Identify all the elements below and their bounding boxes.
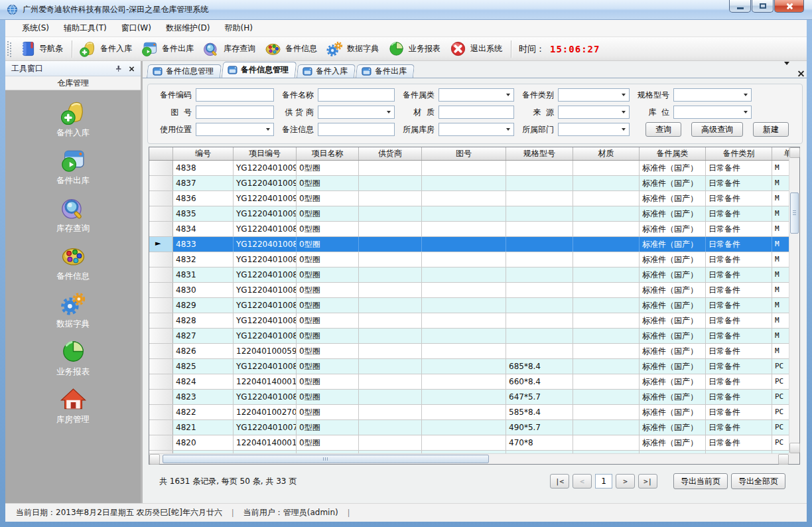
row-selector-cell[interactable] bbox=[149, 405, 173, 419]
vertical-scroll-thumb[interactable] bbox=[790, 192, 799, 234]
table-row[interactable]: 4828YG122040100830型圈标准件（国产）日常备件M bbox=[149, 313, 789, 329]
row-selector-cell[interactable] bbox=[149, 435, 173, 450]
use-position-dropdown[interactable] bbox=[196, 123, 274, 136]
close-button[interactable] bbox=[774, 0, 804, 13]
column-header-id[interactable]: 编号 bbox=[173, 147, 234, 160]
tab-parts-outbound[interactable]: 备件出库 bbox=[356, 64, 415, 78]
minimize-button[interactable] bbox=[729, 0, 751, 13]
table-row[interactable]: 4837YG122040100920型圈标准件（国产）日常备件M bbox=[149, 176, 789, 191]
sidebar-item-warehouse-management[interactable]: 库房管理 bbox=[56, 386, 90, 425]
row-selector-cell[interactable]: ► bbox=[149, 237, 173, 252]
table-row[interactable]: 4827YG122040100820型圈标准件（国产）日常备件M bbox=[149, 329, 789, 344]
menu-item[interactable]: 窗口(W) bbox=[114, 20, 159, 37]
column-header-code[interactable]: 项目编号 bbox=[234, 147, 297, 160]
row-selector-cell[interactable] bbox=[149, 344, 173, 358]
spec-model-dropdown[interactable] bbox=[673, 88, 752, 102]
scroll-down-button[interactable] bbox=[789, 443, 800, 453]
sidebar-close-icon[interactable] bbox=[126, 63, 137, 74]
maximize-button[interactable] bbox=[752, 0, 774, 13]
new-button[interactable]: 新建 bbox=[753, 122, 789, 137]
column-header-unit[interactable]: 单位 bbox=[772, 147, 789, 160]
menu-item[interactable]: 数据维护(D) bbox=[159, 20, 218, 37]
sidebar-group-title[interactable]: 仓库管理 bbox=[5, 76, 141, 90]
page-number-input[interactable] bbox=[595, 474, 612, 489]
query-button[interactable]: 查询 bbox=[645, 122, 681, 137]
row-selector-cell[interactable] bbox=[149, 252, 173, 267]
table-row[interactable]: 482212204010027000型圈585*8.4标准件（国产）日常备件PC bbox=[149, 405, 789, 420]
row-selector-cell[interactable] bbox=[149, 420, 173, 435]
scroll-right-button[interactable] bbox=[778, 454, 789, 465]
table-row[interactable]: 4832YG122040100870型圈标准件（国产）日常备件M bbox=[149, 252, 789, 267]
row-selector-cell[interactable] bbox=[149, 329, 173, 343]
table-row[interactable]: 4823YG122040100800型圈647*5.7标准件（国产）日常备件PC bbox=[149, 390, 789, 405]
first-page-button[interactable]: |< bbox=[550, 474, 569, 489]
row-selector-cell[interactable] bbox=[149, 222, 173, 236]
export-all-pages-button[interactable]: 导出全部页 bbox=[731, 473, 785, 489]
sidebar-item-data-dictionary[interactable]: 数据字典 bbox=[56, 290, 90, 330]
tab-parts-inbound[interactable]: 备件入库 bbox=[297, 64, 356, 78]
export-current-page-button[interactable]: 导出当前页 bbox=[673, 473, 728, 489]
column-header-material[interactable]: 材质 bbox=[573, 147, 640, 160]
part-category-dropdown[interactable] bbox=[439, 88, 514, 102]
column-header-supplier[interactable]: 供货商 bbox=[359, 147, 422, 160]
advanced-query-button[interactable]: 高级查询 bbox=[691, 122, 743, 137]
row-selector-cell[interactable] bbox=[149, 206, 173, 221]
vertical-scrollbar[interactable] bbox=[789, 147, 799, 453]
sidebar-item-parts-info[interactable]: 备件信息 bbox=[56, 242, 90, 282]
row-selector-header[interactable] bbox=[149, 147, 173, 160]
sidebar-item-inventory-query[interactable]: 库存查询 bbox=[56, 194, 90, 234]
row-selector-cell[interactable] bbox=[149, 298, 173, 313]
column-header-category[interactable]: 备件属类 bbox=[640, 147, 706, 160]
table-row[interactable]: 4835YG122040100900型圈标准件（国产）日常备件M bbox=[149, 206, 789, 222]
row-selector-cell[interactable] bbox=[149, 191, 173, 206]
pin-icon[interactable] bbox=[113, 63, 123, 74]
table-row[interactable]: 4821YG122040100790型圈490*5.7标准件（国产）日常备件PC bbox=[149, 420, 789, 435]
drawing-no-input[interactable] bbox=[196, 106, 274, 119]
sidebar-item-parts-inbound[interactable]: 备件入库 bbox=[56, 99, 90, 139]
table-row[interactable]: ►4833YG122040100880型圈标准件（国产）日常备件M bbox=[149, 237, 789, 252]
sidebar-item-parts-outbound[interactable]: 备件出库 bbox=[56, 147, 90, 187]
table-row[interactable]: 4834YG122040100890型圈标准件（国产）日常备件M bbox=[149, 222, 789, 237]
prev-page-button[interactable]: < bbox=[573, 474, 592, 489]
source-dropdown[interactable] bbox=[558, 106, 630, 119]
row-selector-cell[interactable] bbox=[149, 176, 173, 190]
toolbar-button-nav-strip[interactable]: 导航条 bbox=[15, 38, 68, 60]
scroll-left-button[interactable] bbox=[149, 454, 160, 465]
column-header-type[interactable]: 备件类别 bbox=[706, 147, 772, 160]
warehouse-dropdown[interactable] bbox=[439, 123, 514, 136]
horizontal-scrollbar[interactable] bbox=[149, 453, 789, 464]
row-selector-cell[interactable] bbox=[149, 390, 173, 404]
toolbar-grip-handle[interactable] bbox=[7, 41, 12, 57]
table-row[interactable]: 482012204014000130型圈470*8标准件（国产）日常备件PC bbox=[149, 435, 789, 451]
table-row[interactable]: 4825YG122040100810型圈685*8.4标准件（国产）日常备件PC bbox=[149, 359, 789, 374]
toolbar-button-parts-info[interactable]: 备件信息 bbox=[261, 38, 322, 60]
tab-list-dropdown-icon[interactable] bbox=[784, 65, 789, 74]
part-type-dropdown[interactable] bbox=[558, 88, 630, 102]
row-selector-cell[interactable] bbox=[149, 267, 173, 282]
toolbar-button-parts-outbound[interactable]: 备件出库 bbox=[137, 38, 199, 60]
tab-parts-info-management-2[interactable]: 备件信息管理 bbox=[222, 62, 297, 78]
supplier-dropdown[interactable] bbox=[318, 106, 395, 119]
row-selector-cell[interactable] bbox=[149, 374, 173, 389]
toolbar-button-data-dictionary[interactable]: 数据字典 bbox=[322, 38, 384, 60]
table-row[interactable]: 4829YG122040100840型圈标准件（国产）日常备件M bbox=[149, 298, 789, 313]
material-input[interactable] bbox=[439, 106, 514, 119]
table-row[interactable]: 482612204010005990型圈标准件（国产）日常备件M bbox=[149, 344, 789, 359]
toolbar-button-parts-inbound[interactable]: 备件入库 bbox=[76, 38, 137, 60]
part-name-input[interactable] bbox=[318, 88, 395, 102]
table-row[interactable]: 4838YG122040100930型圈标准件（国产）日常备件M bbox=[149, 161, 789, 176]
column-header-name[interactable]: 项目名称 bbox=[297, 147, 359, 160]
menu-item[interactable]: 辅助工具(T) bbox=[56, 20, 114, 37]
column-header-drawing[interactable]: 图号 bbox=[422, 147, 506, 160]
table-row[interactable]: 482412204014000120型圈660*8.4标准件（国产）日常备件PC bbox=[149, 374, 789, 390]
toolbar-button-inventory-query[interactable]: 库存查询 bbox=[199, 38, 261, 60]
row-selector-cell[interactable] bbox=[149, 359, 173, 374]
table-row[interactable]: 4831YG122040100860型圈标准件（国产）日常备件M bbox=[149, 267, 789, 283]
column-header-spec[interactable]: 规格型号 bbox=[506, 147, 573, 160]
department-dropdown[interactable] bbox=[558, 123, 630, 136]
scroll-up-button[interactable] bbox=[789, 147, 800, 158]
table-row[interactable]: 4830YG122040100850型圈标准件（国产）日常备件M bbox=[149, 283, 789, 298]
menu-item[interactable]: 系统(S) bbox=[15, 20, 56, 37]
next-page-button[interactable]: > bbox=[616, 474, 635, 489]
menu-item[interactable]: 帮助(H) bbox=[218, 20, 260, 37]
